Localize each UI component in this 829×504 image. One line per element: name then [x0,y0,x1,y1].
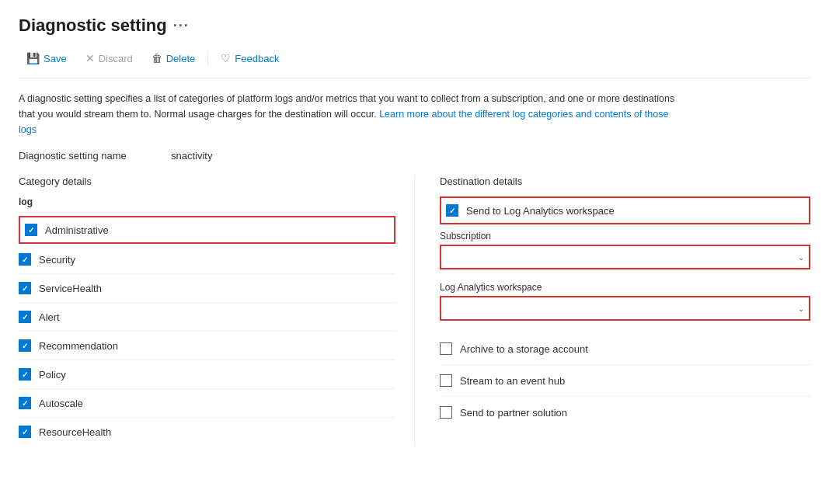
setting-name-row: Diagnostic setting name snactivity [19,150,810,162]
checkbox-stream-event-hub[interactable] [440,374,452,387]
feedback-button[interactable]: ♡ Feedback [213,48,287,68]
checkbox-partner-solution[interactable] [440,406,452,419]
log-label-recommendation: Recommendation [39,340,118,352]
checkbox-autoscale[interactable] [19,397,31,409]
delete-button[interactable]: 🗑 Delete [144,48,204,68]
main-content: Category details log Administrative Secu… [19,176,810,446]
category-details-title: Category details [19,176,395,187]
subscription-label: Subscription [440,231,810,242]
subscription-select-wrapper: ⌄ [440,245,810,269]
page-title: Diagnostic setting ··· [19,16,810,36]
checkbox-resourcehealth[interactable] [19,426,31,438]
log-item-recommendation: Recommendation [19,332,395,360]
send-to-log-analytics-row: Send to Log Analytics workspace [440,196,810,224]
delete-icon: 🗑 [152,52,162,64]
workspace-select[interactable] [440,296,810,321]
workspace-field-group: Log Analytics workspace ⌄ [440,282,810,321]
log-item-administrative: Administrative [19,216,395,244]
log-label-administrative: Administrative [45,224,109,236]
subscription-select[interactable] [440,245,810,269]
stream-event-hub-label: Stream to an event hub [460,375,565,387]
log-item-resourcehealth: ResourceHealth [19,418,395,446]
workspace-label: Log Analytics workspace [440,282,810,293]
setting-name-value: snactivity [171,150,212,162]
feedback-icon: ♡ [221,52,231,64]
category-details-panel: Category details log Administrative Secu… [19,176,415,446]
log-label-policy: Policy [39,369,66,381]
archive-storage-row: Archive to a storage account [440,333,810,365]
log-item-security: Security [19,245,395,274]
stream-event-hub-row: Stream to an event hub [440,365,810,397]
discard-button[interactable]: ✕ Discard [78,48,141,68]
checkbox-servicehealth[interactable] [19,282,31,294]
toolbar: 💾 Save ✕ Discard 🗑 Delete ♡ Feedback [19,48,810,78]
archive-storage-label: Archive to a storage account [460,343,588,355]
save-button[interactable]: 💾 Save [19,48,75,68]
log-label-security: Security [39,254,75,266]
checkbox-policy[interactable] [19,368,31,381]
checkbox-administrative[interactable] [25,224,37,236]
log-analytics-label: Send to Log Analytics workspace [466,205,615,217]
setting-name-label: Diagnostic setting name [19,150,158,162]
toolbar-separator [207,50,208,66]
checkbox-recommendation[interactable] [19,339,31,352]
log-item-alert: Alert [19,303,395,332]
partner-solution-label: Send to partner solution [460,407,567,419]
checkbox-log-analytics[interactable] [446,204,458,217]
log-item-servicehealth: ServiceHealth [19,274,395,303]
ellipsis-icon: ··· [173,18,190,34]
log-item-autoscale: Autoscale [19,389,395,418]
description-text: A diagnostic setting specifies a list of… [19,91,687,137]
checkbox-alert[interactable] [19,311,31,323]
subscription-field-group: Subscription ⌄ [440,231,810,269]
save-icon: 💾 [26,52,40,64]
checkbox-archive-storage[interactable] [440,342,452,355]
destination-details-title: Destination details [440,176,810,187]
discard-icon: ✕ [85,52,95,64]
log-label-servicehealth: ServiceHealth [39,283,102,294]
log-label-alert: Alert [39,311,60,323]
partner-solution-row: Send to partner solution [440,397,810,428]
checkbox-security[interactable] [19,253,31,266]
log-column-header: log [19,196,395,213]
log-label-autoscale: Autoscale [39,398,83,409]
destination-details-panel: Destination details Send to Log Analytic… [415,176,810,446]
log-item-policy: Policy [19,360,395,389]
log-label-resourcehealth: ResourceHealth [39,426,111,438]
workspace-select-wrapper: ⌄ [440,296,810,321]
